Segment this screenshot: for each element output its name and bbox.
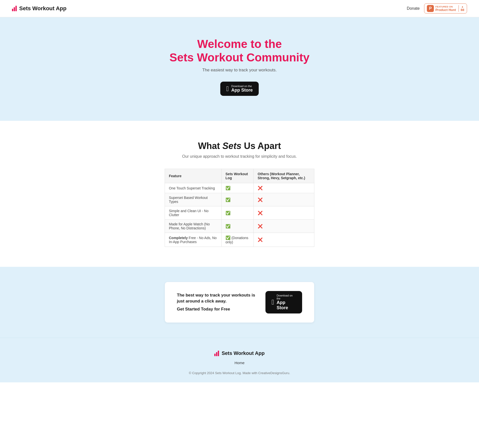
others-value: ❌ [253,193,314,206]
comparison-section: What Sets Us Apart Our unique approach t… [0,121,479,267]
table-header-row: Feature Sets Workout Log Others (Workout… [165,169,314,183]
nav-right: Donate P FEATURED ON Product Hunt ▲ 88 [407,3,467,13]
navbar: Sets Workout App Donate P FEATURED ON Pr… [0,0,479,17]
cta-paragraph: The best way to track your workouts is j… [177,292,255,304]
feature-label: Superset Based Workout Types [165,193,222,206]
product-hunt-badge[interactable]: P FEATURED ON Product Hunt ▲ 88 [424,3,467,13]
cta-free-label: Get Started Today for Free [177,306,255,312]
others-value: ❌ [253,220,314,233]
others-value: ❌ [253,233,314,247]
hero-welcome-line1: Welcome to the [5,37,474,51]
app-store-top: Download on the [231,85,253,88]
cta-app-store-text: Download on the App Store [277,294,296,310]
product-hunt-text: FEATURED ON Product Hunt [435,5,456,12]
col-sets: Sets Workout Log [221,169,253,183]
sets-value: ✅ (Donations only) [221,233,253,247]
hero-app-store-button[interactable]:  Download on the App Store [220,82,259,96]
others-value: ❌ [253,206,314,220]
comparison-heading: What Sets Us Apart [5,141,474,151]
footer-logo-text: Sets Workout App [222,350,264,356]
cta-app-store-top: Download on the [277,294,296,300]
footer-logo-icon [214,351,219,356]
table-row: Superset Based Workout Types ✅ ❌ [165,193,314,206]
table-row: Made for Apple Watch (No Phone, No Distr… [165,220,314,233]
feature-label: Simple and Clean UI - No Clutter [165,206,222,220]
app-store-bottom: App Store [231,88,253,93]
cta-app-store-bottom: App Store [277,300,296,310]
feature-label: Completely Free - No Ads, No In-App Purc… [165,233,222,247]
others-value: ❌ [253,183,314,193]
apple-icon:  [226,85,229,93]
sets-value: ✅ [221,206,253,220]
product-hunt-count: ▲ 88 [459,5,464,12]
col-feature: Feature [165,169,222,183]
logo-icon [12,6,17,11]
table-row: Simple and Clean UI - No Clutter ✅ ❌ [165,206,314,220]
product-hunt-number: 88 [461,8,464,12]
cta-text: The best way to track your workouts is j… [177,292,255,312]
product-hunt-featured: FEATURED ON [435,5,456,8]
product-hunt-arrow: ▲ [461,5,464,8]
hero-heading: Welcome to the Sets Workout Community [5,37,474,64]
comparison-title-italic: Sets [223,141,241,151]
hero-welcome-line2: Sets Workout Community [5,51,474,64]
sets-value: ✅ [221,193,253,206]
nav-logo[interactable]: Sets Workout App [12,5,66,12]
cta-section: The best way to track your workouts is j… [0,267,479,338]
sets-value: ✅ [221,220,253,233]
feature-label: Made for Apple Watch (No Phone, No Distr… [165,220,222,233]
comparison-title-part2: Us Apart [241,141,281,151]
feature-label: One Touch Superset Tracking [165,183,222,193]
hero-section: Welcome to the Sets Workout Community Th… [0,17,479,121]
footer-home-link[interactable]: Home [235,361,244,365]
table-row: Completely Free - No Ads, No In-App Purc… [165,233,314,247]
apple-icon-cta:  [271,298,274,306]
logo-text: Sets Workout App [19,5,66,12]
hero-subtitle: The easiest way to track your workouts. [5,68,474,73]
sets-value: ✅ [221,183,253,193]
app-store-text: Download on the App Store [231,85,253,93]
footer-copyright: © Copyright 2024 Sets Workout Log. Made … [5,371,474,375]
footer: Sets Workout App Home © Copyright 2024 S… [0,338,479,382]
comparison-subtitle: Our unique approach to workout tracking … [5,154,474,159]
donate-link[interactable]: Donate [407,6,420,11]
cta-box: The best way to track your workouts is j… [165,282,314,323]
footer-logo: Sets Workout App [214,350,264,356]
product-hunt-logo: P [427,5,434,12]
table-row: One Touch Superset Tracking ✅ ❌ [165,183,314,193]
product-hunt-name: Product Hunt [435,8,456,12]
comparison-title-part1: What [198,141,223,151]
col-others: Others (Workout Planner, Strong, Hevy, S… [253,169,314,183]
footer-nav: Home [5,361,474,365]
comparison-table: Feature Sets Workout Log Others (Workout… [165,169,314,247]
cta-app-store-button[interactable]:  Download on the App Store [265,291,302,313]
